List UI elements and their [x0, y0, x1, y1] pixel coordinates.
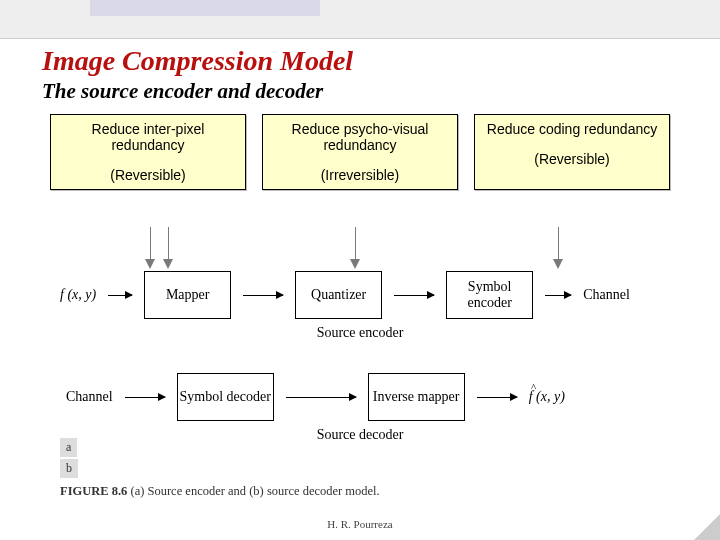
note-interpixel: Reduce inter-pixel redundancy (Reversibl…	[50, 114, 246, 190]
page-subtitle: The source encoder and decoder	[0, 77, 720, 114]
figure-caption: (a) Source encoder and (b) source decode…	[131, 484, 380, 498]
note-psychovisual: Reduce psycho-visual redundancy (Irrever…	[262, 114, 458, 190]
decoder-row: Channel Symbol decoder Inverse mapper f …	[60, 373, 660, 421]
block-mapper: Mapper	[144, 271, 231, 319]
note-title: Reduce inter-pixel redundancy	[55, 121, 241, 153]
encoder-caption: Source encoder	[60, 325, 660, 341]
arrow-right-icon	[545, 295, 571, 296]
slide-footer: H. R. Pourreza	[0, 518, 720, 530]
note-title: Reduce coding redundancy	[479, 121, 665, 137]
block-inverse-mapper: Inverse mapper	[368, 373, 465, 421]
page-curl-icon	[694, 514, 720, 540]
arrow-right-icon	[394, 295, 434, 296]
arrow-right-icon	[477, 397, 517, 398]
note-sub: (Reversible)	[479, 151, 665, 167]
note-coding: Reduce coding redundancy (Reversible)	[474, 114, 670, 190]
arrow-right-icon	[286, 397, 356, 398]
encoder-input-label: f (x, y)	[60, 287, 96, 303]
note-sub: (Irreversible)	[267, 167, 453, 183]
arrow-right-icon	[125, 397, 165, 398]
figure-label-block: a b FIGURE 8.6 (a) Source encoder and (b…	[60, 438, 660, 499]
page-title: Image Compression Model	[0, 39, 720, 77]
title-bar	[0, 0, 720, 39]
block-quantizer: Quantizer	[295, 271, 382, 319]
note-title: Reduce psycho-visual redundancy	[267, 121, 453, 153]
decoder-input-label: Channel	[66, 389, 113, 405]
encoder-output-label: Channel	[583, 287, 630, 303]
figure-b-tag: b	[60, 459, 78, 478]
notes-row: Reduce inter-pixel redundancy (Reversibl…	[0, 114, 720, 190]
note-sub: (Reversible)	[55, 167, 241, 183]
decor-bar	[90, 0, 320, 16]
diagram: f (x, y) Mapper Quantizer Symbol encoder…	[60, 253, 660, 443]
figure-a-tag: a	[60, 438, 77, 457]
block-symbol-encoder: Symbol encoder	[446, 271, 533, 319]
figure-number: FIGURE 8.6	[60, 484, 127, 498]
encoder-row: f (x, y) Mapper Quantizer Symbol encoder…	[60, 271, 660, 319]
block-symbol-decoder: Symbol decoder	[177, 373, 274, 421]
decoder-output-label: f (x, y)	[529, 389, 565, 405]
arrow-right-icon	[243, 295, 283, 296]
arrow-right-icon	[108, 295, 132, 296]
